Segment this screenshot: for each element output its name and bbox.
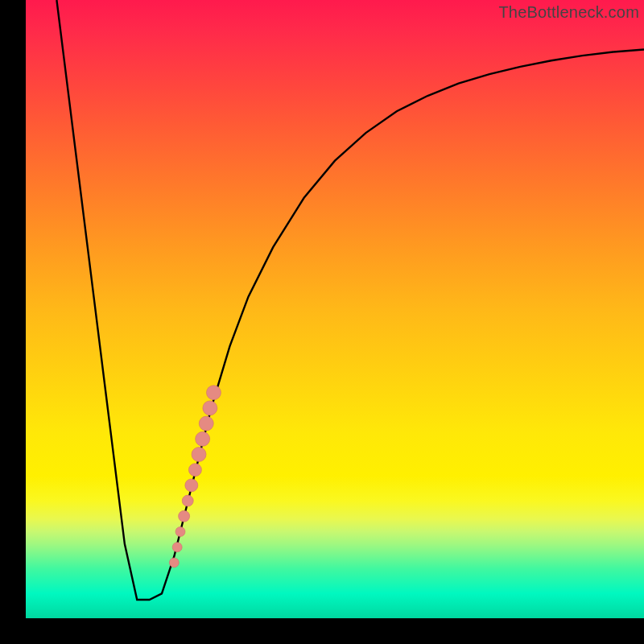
- bottleneck-curve: [56, 0, 644, 600]
- highlight-dot: [196, 431, 210, 446]
- chart-container: TheBottleneck.com: [0, 0, 644, 644]
- highlight-dot: [188, 464, 201, 477]
- highlight-dot: [203, 401, 217, 415]
- highlight-dot: [179, 510, 190, 522]
- highlight-dot: [182, 495, 193, 506]
- highlight-dots-group: [169, 386, 221, 568]
- highlight-dot: [199, 416, 213, 431]
- highlight-dot: [169, 558, 179, 568]
- chart-svg: [26, 0, 644, 618]
- highlight-dot: [185, 479, 198, 492]
- highlight-dot: [192, 447, 206, 461]
- highlight-dot: [175, 526, 185, 536]
- highlight-dot: [172, 543, 182, 552]
- highlight-dot: [206, 386, 221, 400]
- plot-area: TheBottleneck.com: [26, 0, 644, 618]
